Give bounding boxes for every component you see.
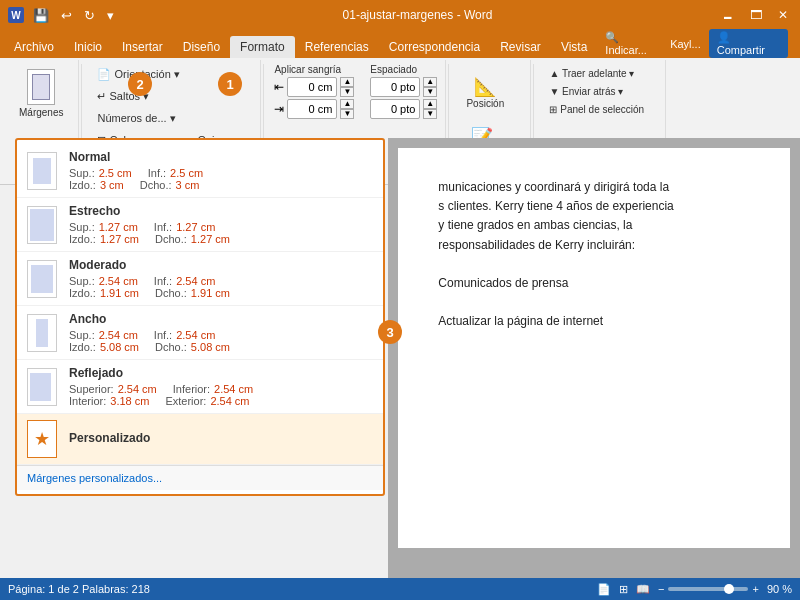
tab-vista[interactable]: Vista: [551, 36, 597, 58]
espaciado-abj-up[interactable]: ▲: [423, 99, 437, 109]
margin-info-normal: Normal Sup.:2.5 cm Inf.:2.5 cm Izdo.:3 c…: [69, 150, 373, 191]
zoom-thumb: [724, 584, 734, 594]
status-page: Página: 1 de 2 Palabras: 218: [8, 583, 150, 595]
redo-quickaccess[interactable]: ↻: [81, 6, 98, 25]
user-menu[interactable]: Kayl...: [670, 38, 701, 50]
margin-thumb-personalizado: ★: [27, 420, 57, 458]
zoom-level: 90 %: [767, 583, 792, 595]
tab-revisar[interactable]: Revisar: [490, 36, 551, 58]
tab-correspondencia[interactable]: Correspondencia: [379, 36, 490, 58]
margin-option-estrecho[interactable]: Estrecho Sup.:1.27 cm Inf.:1.27 cm Izdo.…: [17, 198, 383, 252]
badge-2: 2: [128, 72, 152, 96]
document-page: municaciones y coordinará y dirigirá tod…: [398, 148, 789, 548]
view-read-btn[interactable]: 📖: [636, 583, 650, 596]
indent-right-icon: ⇥: [274, 102, 284, 116]
margin-thumb-normal: [27, 152, 57, 190]
sangria-der-input[interactable]: [287, 99, 337, 119]
undo-quickaccess[interactable]: ↩: [58, 6, 75, 25]
margin-info-estrecho: Estrecho Sup.:1.27 cm Inf.:1.27 cm Izdo.…: [69, 204, 373, 245]
more-quickaccess[interactable]: ▾: [104, 6, 117, 25]
espaciado-arr-up[interactable]: ▲: [423, 77, 437, 87]
badge-1: 1: [218, 72, 242, 96]
sangria-izq-input[interactable]: [287, 77, 337, 97]
share-btn[interactable]: 👤 Compartir: [709, 29, 788, 58]
margin-info-ancho: Ancho Sup.:2.54 cm Inf.:2.54 cm Izdo.:5.…: [69, 312, 373, 353]
status-right: 📄 ⊞ 📖 − + 90 %: [597, 583, 792, 596]
indent-left-icon: ⇤: [274, 80, 284, 94]
margenes-personalizados-btn[interactable]: Márgenes personalizados...: [17, 465, 383, 490]
margin-info-personalizado: Personalizado: [69, 431, 373, 448]
tab-formato[interactable]: Formato: [230, 36, 295, 58]
margin-option-personalizado[interactable]: ★ Personalizado: [17, 414, 383, 465]
sangria-izq-up[interactable]: ▲: [340, 77, 354, 87]
title-bar: W 💾 ↩ ↻ ▾ 01-ajustar-margenes - Word 🗕 🗖…: [0, 0, 800, 30]
sangria-izq-down[interactable]: ▼: [340, 87, 354, 97]
margenes-btn[interactable]: Márgenes: [12, 64, 70, 123]
window-title: 01-ajustar-margenes - Word: [117, 8, 718, 22]
title-bar-left: W 💾 ↩ ↻ ▾: [8, 6, 117, 25]
margin-info-reflejado: Reflejado Superior:2.54 cm Inferior:2.54…: [69, 366, 373, 407]
traer-adelante-btn[interactable]: ▲ Traer adelante ▾: [544, 64, 639, 82]
minimize-btn[interactable]: 🗕: [718, 8, 738, 22]
badge-3: 3: [378, 320, 402, 344]
margin-thumb-estrecho: [27, 206, 57, 244]
zoom-controls: − +: [658, 583, 759, 595]
margin-thumb-moderado: [27, 260, 57, 298]
view-normal-btn[interactable]: 📄: [597, 583, 611, 596]
margin-option-normal[interactable]: Normal Sup.:2.5 cm Inf.:2.5 cm Izdo.:3 c…: [17, 144, 383, 198]
margins-dropdown: Normal Sup.:2.5 cm Inf.:2.5 cm Izdo.:3 c…: [15, 138, 385, 496]
sangria-label: Aplicar sangría: [274, 64, 354, 75]
sangria-der-down[interactable]: ▼: [340, 109, 354, 119]
view-layout-btn[interactable]: ⊞: [619, 583, 628, 596]
tab-archivo[interactable]: Archivo: [4, 36, 64, 58]
posicion-btn[interactable]: 📐 Posición: [459, 64, 511, 120]
document-text: municaciones y coordinará y dirigirá tod…: [438, 178, 749, 332]
margin-option-moderado[interactable]: Moderado Sup.:2.54 cm Inf.:2.54 cm Izdo.…: [17, 252, 383, 306]
tab-inicio[interactable]: Inicio: [64, 36, 112, 58]
espaciado-arr-input[interactable]: [370, 77, 420, 97]
margin-option-ancho[interactable]: Ancho Sup.:2.54 cm Inf.:2.54 cm Izdo.:5.…: [17, 306, 383, 360]
window-controls: 🗕 🗖 ✕: [718, 8, 792, 22]
status-bar: Página: 1 de 2 Palabras: 218 📄 ⊞ 📖 − + 9…: [0, 578, 800, 600]
zoom-in-btn[interactable]: +: [752, 583, 758, 595]
espaciado-arr-down[interactable]: ▼: [423, 87, 437, 97]
espaciado-abj-down[interactable]: ▼: [423, 109, 437, 119]
document-area: municaciones y coordinará y dirigirá tod…: [388, 138, 800, 578]
margin-thumb-reflejado: [27, 368, 57, 406]
espaciado-abj-input[interactable]: [370, 99, 420, 119]
search-bar[interactable]: 🔍 Indicar...: [605, 31, 662, 56]
close-btn[interactable]: ✕: [774, 8, 792, 22]
sangria-der-up[interactable]: ▲: [340, 99, 354, 109]
espaciado-label: Espaciado: [370, 64, 437, 75]
zoom-out-btn[interactable]: −: [658, 583, 664, 595]
tab-diseno[interactable]: Diseño: [173, 36, 230, 58]
maximize-btn[interactable]: 🗖: [746, 8, 766, 22]
enviar-atras-btn[interactable]: ▼ Enviar atrás ▾: [544, 82, 628, 100]
margin-option-reflejado[interactable]: Reflejado Superior:2.54 cm Inferior:2.54…: [17, 360, 383, 414]
tab-referencias[interactable]: Referencias: [295, 36, 379, 58]
ribbon-tabs: Archivo Inicio Insertar Diseño Formato R…: [0, 30, 800, 58]
panel-seleccion-btn[interactable]: ⊞ Panel de selección: [544, 100, 649, 118]
zoom-slider[interactable]: [668, 587, 748, 591]
word-icon: W: [8, 7, 24, 23]
margin-thumb-ancho: [27, 314, 57, 352]
tab-insertar[interactable]: Insertar: [112, 36, 173, 58]
save-quickaccess[interactable]: 💾: [30, 6, 52, 25]
numeros-btn[interactable]: Números de... ▾: [92, 108, 180, 128]
margin-info-moderado: Moderado Sup.:2.54 cm Inf.:2.54 cm Izdo.…: [69, 258, 373, 299]
